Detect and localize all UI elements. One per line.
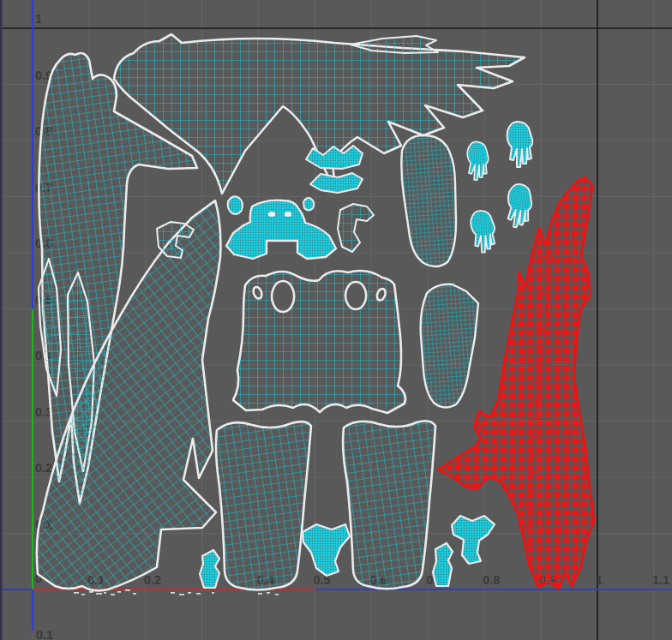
uv-shell-teardrop[interactable] (228, 196, 243, 214)
below-origin-tick-label: 0.1 (36, 628, 53, 640)
uv-shell-jagged-strip-a[interactable] (306, 146, 363, 169)
x-axis-tick-label: 1 (596, 573, 603, 587)
y-axis-tick-label: 1 (35, 12, 42, 26)
head-eye-right (285, 212, 291, 217)
uv-canvas[interactable]: 10.90.80.70.60.50.40.30.20.100.10.20.30.… (0, 0, 672, 640)
uv-editor-viewport[interactable]: 10.90.80.70.60.50.40.30.20.100.10.20.30.… (0, 0, 672, 640)
uv-shell-leg-right[interactable] (343, 421, 435, 589)
x-axis-tick-label: 1.1 (652, 573, 669, 587)
uv-shell-boot-left[interactable] (200, 550, 219, 588)
x-axis-tick-label: 0.8 (483, 573, 500, 587)
y-axis-tick-label: 0.2 (35, 461, 52, 475)
head-eye-left (268, 212, 275, 217)
x-axis-tick-label: 0.2 (144, 573, 161, 587)
uv-shell-tiny-blob[interactable] (303, 198, 314, 210)
uv-shell-boot-right[interactable] (433, 543, 453, 586)
viewport-left-edge (0, 0, 3, 640)
uv-shell-leg-left[interactable] (216, 422, 311, 589)
